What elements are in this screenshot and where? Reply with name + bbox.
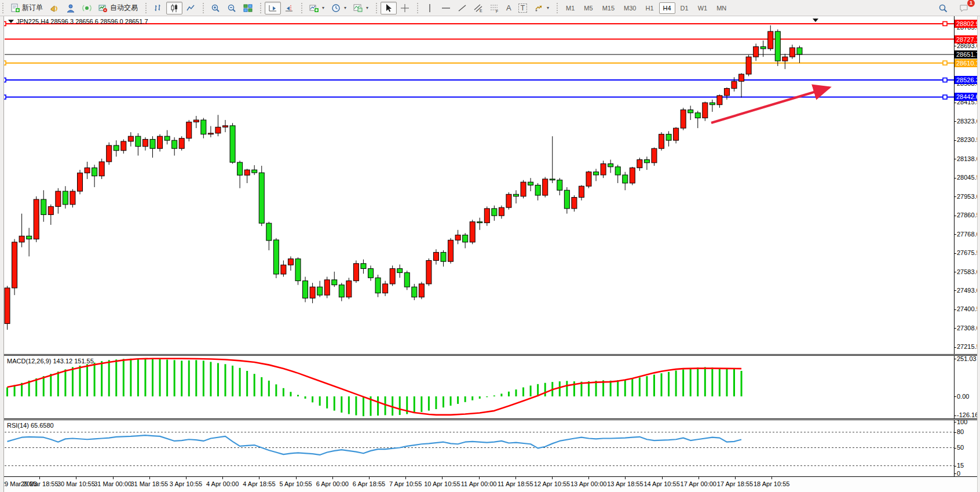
time-axis-label: 18 Apr 10:55 xyxy=(754,480,789,487)
time-axis-label: 3 Apr 10:55 xyxy=(170,480,202,487)
arrows-tool-icon xyxy=(534,3,543,13)
text-tool-button[interactable]: A xyxy=(503,2,515,14)
candle xyxy=(295,257,301,285)
line-handle[interactable] xyxy=(943,78,947,82)
line-chart-button[interactable] xyxy=(182,2,199,14)
macd-signal-line xyxy=(8,359,742,415)
timeframe-button-D1[interactable]: D1 xyxy=(677,2,693,14)
candle xyxy=(732,77,737,92)
time-tick-mark xyxy=(186,477,187,479)
signals-button[interactable] xyxy=(79,2,95,14)
toolbar-grip[interactable] xyxy=(301,3,304,13)
time-axis-label: 11 Apr 00:00 xyxy=(461,480,497,487)
price-panel[interactable]: JPN225,H4 28596.3 28656.6 28596.0 28651.… xyxy=(0,16,980,354)
timeframe-button-H4[interactable]: H4 xyxy=(659,2,675,14)
time-tick-mark xyxy=(699,477,699,479)
cursor-tool-button[interactable] xyxy=(381,2,397,14)
candlestick-chart[interactable] xyxy=(0,16,980,354)
price-tick-label: 28045.5 xyxy=(957,174,980,181)
candle xyxy=(63,186,68,209)
macd-chart[interactable] xyxy=(0,356,980,418)
candle xyxy=(579,185,584,200)
toolbar-grip[interactable] xyxy=(417,3,420,13)
search-button[interactable] xyxy=(935,2,951,14)
line-handle[interactable] xyxy=(943,95,947,99)
auto-trading-button[interactable]: 自动交易 xyxy=(95,2,141,14)
macd-panel[interactable]: MACD(12,26,9) 143.12 151.55 251.030.00-1… xyxy=(0,356,980,418)
candle xyxy=(412,284,417,300)
candle xyxy=(659,132,664,151)
market-depth-button[interactable] xyxy=(46,2,63,14)
periods-button[interactable]: ▾ xyxy=(328,2,350,14)
zoom-out-button[interactable] xyxy=(224,2,240,14)
price-tick-label: 27768.0 xyxy=(957,231,980,238)
timeframe-button-M15[interactable]: M15 xyxy=(598,2,619,14)
timeframe-button-MN[interactable]: MN xyxy=(712,2,730,14)
time-axis-label: 4 Apr 00:00 xyxy=(206,480,239,487)
candlestick-chart-button[interactable] xyxy=(166,2,182,14)
timeframe-button-M1[interactable]: M1 xyxy=(562,2,579,14)
rsi-tick-label: 100 xyxy=(957,420,967,425)
arrows-tool-button[interactable]: ▾ xyxy=(531,2,553,14)
channel-tool-button[interactable]: E xyxy=(470,2,487,14)
trendline-tool-button[interactable] xyxy=(454,2,470,14)
svg-text:E: E xyxy=(480,9,482,13)
macd-tick-mark xyxy=(954,359,956,359)
candle xyxy=(695,111,700,128)
candle xyxy=(703,101,708,121)
zoom-in-button[interactable] xyxy=(207,2,224,14)
time-tick-mark xyxy=(588,477,589,479)
timeframe-button-M5[interactable]: M5 xyxy=(580,2,597,14)
vertical-line-icon xyxy=(425,3,434,13)
candle xyxy=(215,115,221,136)
line-handle[interactable] xyxy=(943,61,947,65)
timeframe-button-W1[interactable]: W1 xyxy=(694,2,712,14)
candle xyxy=(383,281,388,296)
community-button[interactable] xyxy=(63,2,79,14)
crosshair-tool-button[interactable] xyxy=(397,2,413,14)
candle xyxy=(623,172,628,191)
notifications-button[interactable]: 1 xyxy=(956,2,972,14)
line-handle[interactable] xyxy=(943,21,947,25)
timeframe-button-H1[interactable]: H1 xyxy=(641,2,657,14)
toolbar-grip[interactable] xyxy=(557,3,560,13)
candle xyxy=(92,165,97,187)
vertical-line-tool-button[interactable] xyxy=(422,2,438,14)
bar-chart-button[interactable] xyxy=(150,2,166,14)
time-tick-mark xyxy=(369,477,370,479)
rsi-axis-line xyxy=(954,420,955,476)
indicators-button[interactable]: ▾ xyxy=(306,2,328,14)
text-label-tool-button[interactable]: T xyxy=(515,2,531,14)
tile-windows-button[interactable] xyxy=(240,2,256,14)
rsi-tick-mark xyxy=(954,473,956,474)
add-indicator-icon xyxy=(309,3,319,13)
rsi-chart[interactable] xyxy=(0,420,980,476)
new-order-button[interactable]: 新订单 xyxy=(7,2,46,14)
candle xyxy=(27,228,32,256)
candle xyxy=(332,272,337,287)
toolbar-grip[interactable] xyxy=(145,3,148,13)
auto-scroll-button[interactable] xyxy=(265,2,281,14)
chart-shift-button[interactable] xyxy=(281,2,297,14)
trading-platform-window: 新订单 自动交易 xyxy=(0,0,980,492)
horizontal-line-tool-button[interactable] xyxy=(438,2,454,14)
rsi-panel[interactable]: RSI(14) 65.6580 1008050150 xyxy=(0,420,980,476)
toolbar-grip[interactable] xyxy=(2,3,5,13)
fibonacci-tool-button[interactable]: F xyxy=(487,2,503,14)
one-click-trading-toggle[interactable] xyxy=(8,20,14,23)
fibonacci-icon: F xyxy=(490,3,499,13)
candle xyxy=(666,131,671,146)
candle xyxy=(179,136,184,151)
candle xyxy=(252,165,257,175)
candle xyxy=(739,73,744,97)
timeframe-button-M30[interactable]: M30 xyxy=(620,2,640,14)
toolbar-grip[interactable] xyxy=(260,3,263,13)
rsi-tick-label: 50 xyxy=(957,444,964,451)
candle xyxy=(789,45,795,59)
templates-button[interactable]: ▾ xyxy=(350,2,372,14)
time-axis-label: 13 Apr 00:00 xyxy=(571,480,606,487)
toolbar-grip[interactable] xyxy=(376,3,379,13)
candle xyxy=(550,136,555,183)
time-axis-label: 6 Apr 18:55 xyxy=(353,480,385,487)
toolbar-grip[interactable] xyxy=(203,3,206,13)
